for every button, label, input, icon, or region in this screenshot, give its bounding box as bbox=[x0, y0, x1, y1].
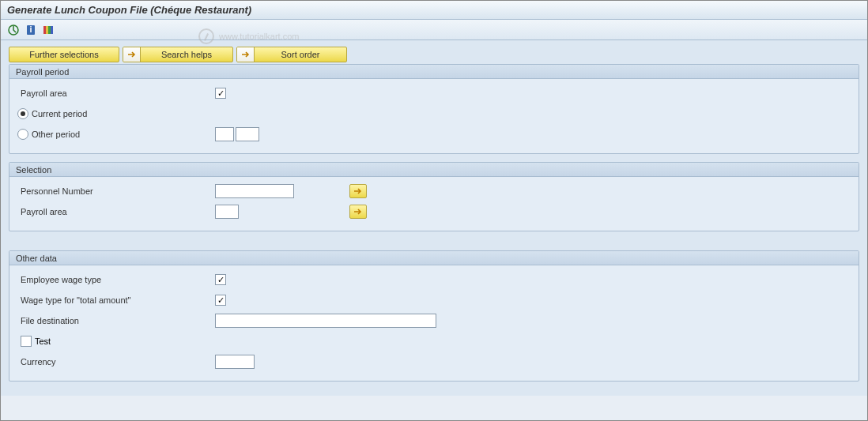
sel-payroll-area-input[interactable] bbox=[215, 205, 239, 219]
sel-payroll-area-label: Payroll area bbox=[17, 207, 215, 216]
other-period-radio[interactable] bbox=[17, 129, 28, 140]
search-helps-label: Search helps bbox=[141, 50, 232, 59]
selection-buttons-row: Further selections Search helps Sort ord… bbox=[9, 47, 859, 62]
page-title: Generate Lunch Coupon File (Chéque Resta… bbox=[7, 4, 251, 16]
payroll-area-multiple-button[interactable] bbox=[349, 205, 367, 219]
svg-text:i: i bbox=[29, 24, 32, 34]
info-icon[interactable]: i bbox=[25, 24, 37, 36]
selection-group: Selection Personnel Number Payroll area bbox=[9, 162, 859, 231]
test-checkbox[interactable] bbox=[21, 336, 32, 347]
sort-order-button[interactable]: Sort order bbox=[236, 47, 347, 62]
svg-rect-3 bbox=[43, 26, 46, 34]
employee-wage-type-check[interactable]: ✓ bbox=[215, 274, 226, 285]
svg-rect-5 bbox=[48, 26, 51, 34]
current-period-radio[interactable] bbox=[17, 108, 28, 119]
group-header: Other data bbox=[9, 251, 859, 265]
payroll-area-label: Payroll area bbox=[17, 88, 215, 98]
arrow-right-icon bbox=[123, 47, 141, 62]
further-selections-label: Further selections bbox=[29, 50, 98, 59]
personnel-number-label: Personnel Number bbox=[17, 186, 215, 196]
personnel-number-multiple-button[interactable] bbox=[349, 184, 367, 198]
execute-icon[interactable] bbox=[7, 24, 20, 36]
content-area: Further selections Search helps Sort ord… bbox=[1, 40, 867, 396]
wage-type-total-check[interactable]: ✓ bbox=[215, 295, 226, 306]
personnel-number-input[interactable] bbox=[215, 184, 294, 198]
file-destination-label: File destination bbox=[17, 316, 215, 325]
other-period-input-2[interactable] bbox=[236, 127, 259, 141]
file-destination-input[interactable] bbox=[215, 314, 436, 328]
payroll-area-required-check[interactable]: ✓ bbox=[215, 88, 226, 99]
group-header: Selection bbox=[9, 163, 859, 177]
title-bar: Generate Lunch Coupon File (Chéque Resta… bbox=[1, 1, 867, 20]
currency-label: Currency bbox=[17, 357, 215, 366]
test-label: Test bbox=[35, 336, 51, 346]
group-header: Payroll period bbox=[9, 65, 859, 79]
current-period-label: Current period bbox=[32, 109, 87, 118]
further-selections-button[interactable]: Further selections bbox=[9, 47, 119, 62]
other-data-group: Other data Employee wage type ✓ Wage typ… bbox=[9, 250, 859, 382]
payroll-period-group: Payroll period Payroll area ✓ Current pe… bbox=[9, 64, 859, 154]
search-helps-button[interactable]: Search helps bbox=[123, 47, 233, 62]
wage-type-total-label: Wage type for "total amount" bbox=[17, 295, 215, 305]
toolbar: i bbox=[1, 20, 867, 40]
sort-order-label: Sort order bbox=[255, 50, 346, 59]
rainbow-icon[interactable] bbox=[42, 24, 55, 36]
svg-rect-4 bbox=[46, 26, 48, 34]
other-period-input-1[interactable] bbox=[215, 127, 234, 141]
currency-input[interactable] bbox=[215, 355, 255, 369]
employee-wage-type-label: Employee wage type bbox=[17, 275, 215, 284]
arrow-right-icon bbox=[237, 47, 255, 62]
other-period-label: Other period bbox=[32, 130, 215, 139]
svg-rect-6 bbox=[51, 26, 53, 34]
